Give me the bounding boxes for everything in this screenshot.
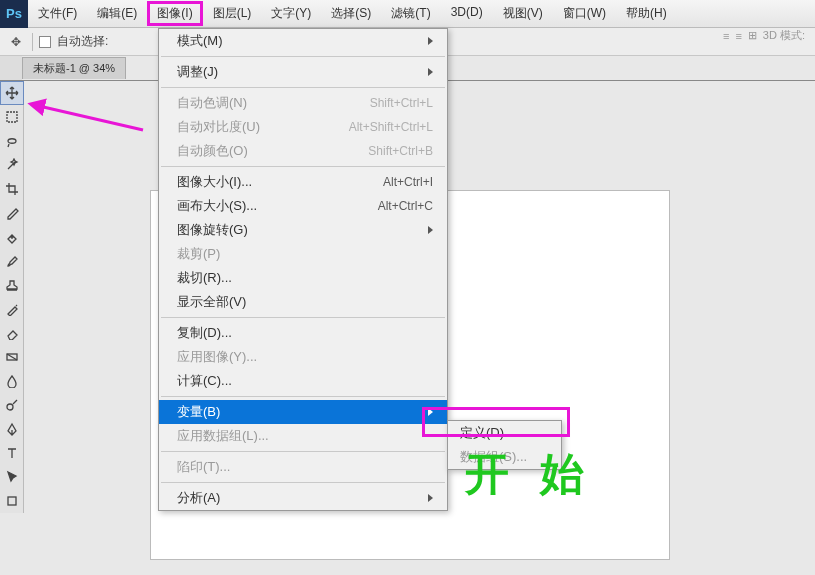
- type-tool[interactable]: [0, 441, 24, 465]
- separator: [161, 317, 445, 318]
- eraser-tool[interactable]: [0, 321, 24, 345]
- path-select-tool[interactable]: [0, 465, 24, 489]
- menu-视图[interactable]: 视图(V): [493, 1, 553, 26]
- svg-rect-3: [8, 497, 16, 505]
- menu-item[interactable]: 调整(J): [159, 60, 447, 84]
- move-tool[interactable]: [0, 81, 24, 105]
- separator: [161, 166, 445, 167]
- menu-图像[interactable]: 图像(I): [147, 1, 202, 26]
- menu-item: 应用数据组(L)...: [159, 424, 447, 448]
- chevron-right-icon: [428, 68, 433, 76]
- heal-tool[interactable]: [0, 225, 24, 249]
- image-menu-dropdown: 模式(M)调整(J)自动色调(N)Shift+Ctrl+L自动对比度(U)Alt…: [158, 28, 448, 511]
- tab-spur: [0, 56, 22, 80]
- tool-palette: [0, 81, 24, 513]
- dodge-tool[interactable]: [0, 393, 24, 417]
- shape-tool[interactable]: [0, 489, 24, 513]
- move-tool-icon: ✥: [6, 32, 26, 52]
- start-annotation: 开 始: [465, 445, 594, 504]
- align-icon: ≡: [723, 30, 729, 42]
- separator: [161, 482, 445, 483]
- submenu-item[interactable]: 定义(D)...: [448, 421, 561, 445]
- menu-item: 应用图像(Y)...: [159, 345, 447, 369]
- separator: [32, 33, 33, 51]
- menu-item[interactable]: 裁切(R)...: [159, 266, 447, 290]
- svg-line-4: [39, 106, 143, 130]
- arrow-annotation: [33, 100, 148, 136]
- marquee-tool[interactable]: [0, 105, 24, 129]
- menu-编辑[interactable]: 编辑(E): [87, 1, 147, 26]
- mode3d-label: 3D 模式:: [763, 28, 805, 43]
- menu-窗口[interactable]: 窗口(W): [553, 1, 616, 26]
- menu-item[interactable]: 变量(B): [159, 400, 447, 424]
- separator: [161, 451, 445, 452]
- svg-rect-0: [7, 112, 17, 122]
- auto-select-checkbox[interactable]: [39, 36, 51, 48]
- separator: [161, 87, 445, 88]
- menu-item[interactable]: 分析(A): [159, 486, 447, 510]
- menu-item[interactable]: 计算(C)...: [159, 369, 447, 393]
- gradient-tool[interactable]: [0, 345, 24, 369]
- menu-滤镜[interactable]: 滤镜(T): [381, 1, 440, 26]
- menu-item[interactable]: 模式(M): [159, 29, 447, 53]
- menu-item[interactable]: 画布大小(S)...Alt+Ctrl+C: [159, 194, 447, 218]
- menu-item[interactable]: 图像大小(I)...Alt+Ctrl+I: [159, 170, 447, 194]
- menu-bar: Ps 文件(F)编辑(E)图像(I)图层(L)文字(Y)选择(S)滤镜(T)3D…: [0, 0, 815, 28]
- menu-选择[interactable]: 选择(S): [321, 1, 381, 26]
- menu-item: 陷印(T)...: [159, 455, 447, 479]
- menu-item: 自动颜色(O)Shift+Ctrl+B: [159, 139, 447, 163]
- menu-图层[interactable]: 图层(L): [203, 1, 262, 26]
- eyedropper-tool[interactable]: [0, 201, 24, 225]
- brush-tool[interactable]: [0, 249, 24, 273]
- lasso-tool[interactable]: [0, 129, 24, 153]
- blur-tool[interactable]: [0, 369, 24, 393]
- align-icon: ⊞: [748, 29, 757, 42]
- chevron-right-icon: [428, 226, 433, 234]
- ps-logo: Ps: [0, 0, 28, 28]
- align-icon: ≡: [735, 30, 741, 42]
- menu-文件[interactable]: 文件(F): [28, 1, 87, 26]
- chevron-right-icon: [428, 494, 433, 502]
- pen-tool[interactable]: [0, 417, 24, 441]
- separator: [161, 396, 445, 397]
- menu-item: 自动对比度(U)Alt+Shift+Ctrl+L: [159, 115, 447, 139]
- chevron-right-icon: [428, 408, 433, 416]
- menu-3d[interactable]: 3D(D): [441, 1, 493, 26]
- wand-tool[interactable]: [0, 153, 24, 177]
- menu-item[interactable]: 复制(D)...: [159, 321, 447, 345]
- menu-文字[interactable]: 文字(Y): [261, 1, 321, 26]
- separator: [161, 56, 445, 57]
- menu-item[interactable]: 显示全部(V): [159, 290, 447, 314]
- menu-item: 裁剪(P): [159, 242, 447, 266]
- menu-item: 自动色调(N)Shift+Ctrl+L: [159, 91, 447, 115]
- history-brush-tool[interactable]: [0, 297, 24, 321]
- crop-tool[interactable]: [0, 177, 24, 201]
- svg-point-2: [7, 404, 13, 410]
- document-tab[interactable]: 未标题-1 @ 34%: [22, 57, 126, 79]
- stamp-tool[interactable]: [0, 273, 24, 297]
- auto-select-label: 自动选择:: [57, 33, 108, 50]
- menu-item[interactable]: 图像旋转(G): [159, 218, 447, 242]
- chevron-right-icon: [428, 37, 433, 45]
- options-right: ≡ ≡ ⊞ 3D 模式:: [723, 28, 805, 43]
- menu-帮助[interactable]: 帮助(H): [616, 1, 677, 26]
